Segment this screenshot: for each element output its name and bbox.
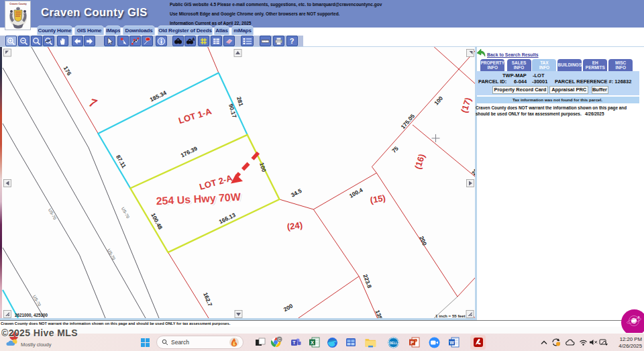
svg-text:1 inch = 55 feet: 1 inch = 55 feet <box>435 313 466 318</box>
svg-text:T: T <box>292 340 296 345</box>
svg-text:X: X <box>311 340 314 346</box>
svg-text:2621000, 425300: 2621000, 425300 <box>15 313 48 318</box>
svg-text:(24): (24) <box>286 220 303 232</box>
svg-text:C: C <box>278 338 281 342</box>
svg-text:W: W <box>449 340 454 345</box>
svg-text:DELL: DELL <box>390 342 398 345</box>
svg-text:A: A <box>192 37 195 42</box>
svg-text:P: P <box>411 340 414 346</box>
